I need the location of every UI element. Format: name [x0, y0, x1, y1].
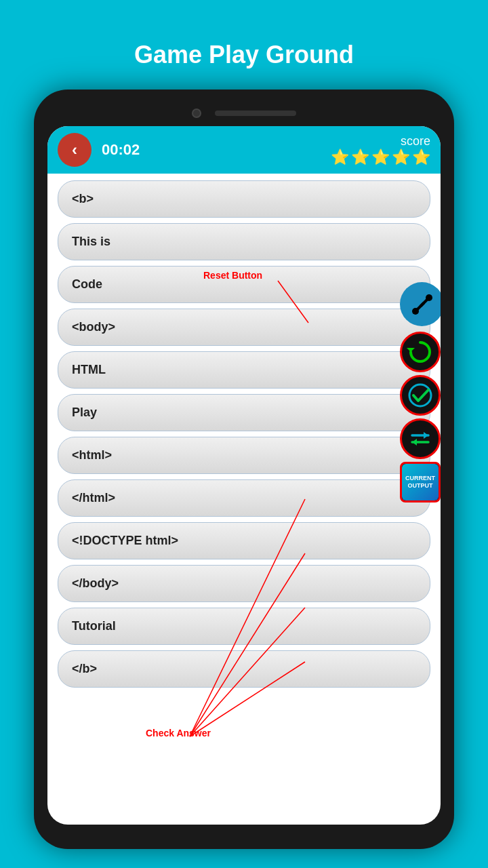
check-answer-label-text: Check Answer [146, 728, 211, 738]
side-buttons: CURRENTOUTPUT [400, 282, 441, 502]
answer-item-9[interactable]: <!DOCTYPE html> [58, 522, 430, 559]
back-button[interactable]: ‹ [58, 133, 92, 167]
answer-item-10[interactable]: </body> [58, 565, 430, 602]
phone-frame: ‹ 00:02 score ⭐ ⭐ ⭐ ⭐ ⭐ <b> This is Code… [34, 90, 454, 849]
swap-icon [405, 424, 435, 454]
answer-item-11[interactable]: Tutorial [58, 608, 430, 645]
answer-item-12[interactable]: </b> [58, 650, 430, 688]
star-3: ⭐ [371, 149, 390, 166]
swap-button[interactable] [400, 418, 441, 459]
star-2: ⭐ [351, 149, 369, 166]
app-content: <b> This is Code <body> HTML Play <html>… [47, 174, 441, 825]
check-icon [405, 380, 435, 410]
answer-item-1[interactable]: <b> [58, 180, 430, 218]
reset-icon [405, 337, 435, 367]
svg-point-3 [426, 294, 432, 301]
app-header: ‹ 00:02 score ⭐ ⭐ ⭐ ⭐ ⭐ [47, 126, 441, 174]
svg-point-1 [412, 308, 419, 315]
check-button[interactable] [400, 375, 441, 416]
score-area: score ⭐ ⭐ ⭐ ⭐ ⭐ [331, 134, 430, 166]
svg-point-8 [407, 425, 434, 452]
tools-button[interactable] [400, 282, 441, 326]
answer-item-6[interactable]: Play [58, 394, 430, 431]
answer-item-3[interactable]: Code [58, 266, 430, 303]
output-label: CURRENTOUTPUT [402, 464, 439, 500]
phone-notch [47, 103, 441, 126]
back-arrow-icon: ‹ [72, 142, 77, 158]
current-output-button[interactable]: CURRENTOUTPUT [400, 462, 441, 502]
answer-item-2[interactable]: This is [58, 223, 430, 260]
phone-camera [192, 108, 201, 118]
reset-button[interactable] [400, 332, 441, 372]
page-title: Game Play Ground [134, 41, 354, 69]
timer-display: 00:02 [102, 141, 140, 159]
star-1: ⭐ [331, 149, 349, 166]
stars-display: ⭐ ⭐ ⭐ ⭐ ⭐ [331, 149, 430, 166]
answer-item-5[interactable]: HTML [58, 351, 430, 389]
star-4: ⭐ [392, 149, 410, 166]
star-5: ⭐ [412, 149, 430, 166]
phone-screen: ‹ 00:02 score ⭐ ⭐ ⭐ ⭐ ⭐ <b> This is Code… [47, 126, 441, 825]
answer-item-4[interactable]: <body> [58, 309, 430, 346]
answer-item-7[interactable]: <html> [58, 437, 430, 474]
phone-speaker [215, 111, 296, 116]
score-label: score [401, 134, 430, 149]
wrench-hammer-icon [409, 291, 436, 318]
answer-item-8[interactable]: </html> [58, 479, 430, 517]
svg-point-6 [407, 382, 434, 409]
